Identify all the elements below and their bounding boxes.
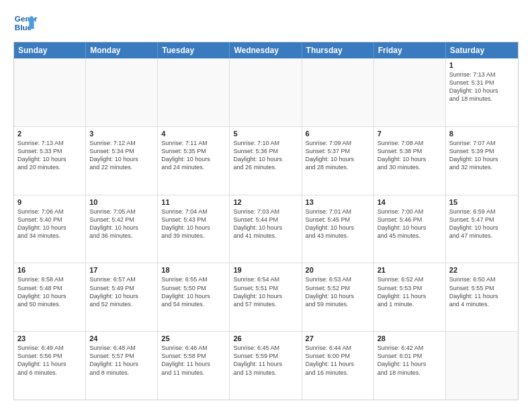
day-info: Sunrise: 7:01 AM Sunset: 5:45 PM Dayligh… <box>306 208 370 240</box>
calendar-week-3: 9Sunrise: 7:06 AM Sunset: 5:40 PM Daylig… <box>14 195 518 264</box>
calendar-body: 1Sunrise: 7:13 AM Sunset: 5:31 PM Daylig… <box>14 58 518 400</box>
calendar-cell <box>446 332 518 400</box>
day-number: 3 <box>89 130 154 138</box>
day-info: Sunrise: 6:45 AM Sunset: 5:59 PM Dayligh… <box>233 344 298 377</box>
calendar-cell: 28Sunrise: 6:42 AM Sunset: 6:01 PM Dayli… <box>374 332 446 400</box>
logo-icon: General Blue <box>13 11 38 35</box>
day-info: Sunrise: 7:11 AM Sunset: 5:35 PM Dayligh… <box>161 139 226 172</box>
calendar-cell: 15Sunrise: 6:59 AM Sunset: 5:47 PM Dayli… <box>446 195 518 263</box>
calendar-header: SundayMondayTuesdayWednesdayThursdayFrid… <box>14 42 518 58</box>
calendar-cell <box>374 58 446 126</box>
calendar-cell: 7Sunrise: 7:08 AM Sunset: 5:38 PM Daylig… <box>374 127 446 195</box>
day-info: Sunrise: 7:10 AM Sunset: 5:36 PM Dayligh… <box>233 139 298 172</box>
calendar-cell: 23Sunrise: 6:49 AM Sunset: 5:56 PM Dayli… <box>14 332 86 400</box>
day-number: 13 <box>306 198 370 206</box>
day-number: 24 <box>89 334 154 342</box>
day-number: 2 <box>17 130 82 138</box>
day-info: Sunrise: 6:55 AM Sunset: 5:50 PM Dayligh… <box>161 275 226 308</box>
logo: General Blue <box>13 11 40 35</box>
day-number: 6 <box>306 130 370 138</box>
day-number: 19 <box>233 266 298 274</box>
day-info: Sunrise: 7:05 AM Sunset: 5:42 PM Dayligh… <box>89 208 154 240</box>
day-number: 21 <box>378 266 442 274</box>
calendar-cell: 14Sunrise: 7:00 AM Sunset: 5:46 PM Dayli… <box>374 195 446 263</box>
day-info: Sunrise: 6:44 AM Sunset: 6:00 PM Dayligh… <box>306 344 370 377</box>
day-number: 5 <box>233 130 298 138</box>
day-info: Sunrise: 7:03 AM Sunset: 5:44 PM Dayligh… <box>233 208 298 240</box>
calendar-cell: 2Sunrise: 7:13 AM Sunset: 5:33 PM Daylig… <box>14 127 86 195</box>
day-info: Sunrise: 6:46 AM Sunset: 5:58 PM Dayligh… <box>161 344 226 377</box>
day-info: Sunrise: 7:04 AM Sunset: 5:43 PM Dayligh… <box>161 208 226 240</box>
day-number: 12 <box>233 198 298 206</box>
day-info: Sunrise: 7:07 AM Sunset: 5:39 PM Dayligh… <box>449 139 515 172</box>
page: General Blue SundayMondayTuesdayWednesda… <box>0 0 532 411</box>
calendar-cell: 3Sunrise: 7:12 AM Sunset: 5:34 PM Daylig… <box>86 127 158 195</box>
day-info: Sunrise: 6:50 AM Sunset: 5:55 PM Dayligh… <box>449 275 515 308</box>
col-header-sunday: Sunday <box>14 42 86 58</box>
calendar-cell: 8Sunrise: 7:07 AM Sunset: 5:39 PM Daylig… <box>446 127 518 195</box>
calendar-cell <box>230 58 302 126</box>
col-header-saturday: Saturday <box>446 42 518 58</box>
calendar-cell: 6Sunrise: 7:09 AM Sunset: 5:37 PM Daylig… <box>302 127 374 195</box>
day-info: Sunrise: 6:53 AM Sunset: 5:52 PM Dayligh… <box>306 275 370 308</box>
day-number: 15 <box>449 198 515 206</box>
day-info: Sunrise: 7:13 AM Sunset: 5:33 PM Dayligh… <box>17 139 82 172</box>
day-number: 8 <box>449 130 515 138</box>
day-number: 10 <box>89 198 154 206</box>
calendar-cell: 1Sunrise: 7:13 AM Sunset: 5:31 PM Daylig… <box>446 58 518 126</box>
calendar-cell: 10Sunrise: 7:05 AM Sunset: 5:42 PM Dayli… <box>86 195 158 263</box>
day-number: 18 <box>161 266 226 274</box>
day-number: 9 <box>17 198 82 206</box>
day-info: Sunrise: 7:08 AM Sunset: 5:38 PM Dayligh… <box>378 139 442 172</box>
day-info: Sunrise: 7:09 AM Sunset: 5:37 PM Dayligh… <box>306 139 370 172</box>
calendar-cell <box>158 58 230 126</box>
calendar-cell <box>86 58 158 126</box>
day-number: 11 <box>161 198 226 206</box>
calendar: SundayMondayTuesdayWednesdayThursdayFrid… <box>13 42 519 400</box>
day-info: Sunrise: 7:00 AM Sunset: 5:46 PM Dayligh… <box>378 208 442 240</box>
col-header-friday: Friday <box>374 42 446 58</box>
day-number: 26 <box>233 334 298 342</box>
day-info: Sunrise: 7:13 AM Sunset: 5:31 PM Dayligh… <box>449 71 515 103</box>
day-info: Sunrise: 6:54 AM Sunset: 5:51 PM Dayligh… <box>233 275 298 308</box>
day-number: 7 <box>378 130 442 138</box>
day-info: Sunrise: 6:52 AM Sunset: 5:53 PM Dayligh… <box>378 275 442 308</box>
day-info: Sunrise: 6:48 AM Sunset: 5:57 PM Dayligh… <box>89 344 154 377</box>
calendar-cell: 26Sunrise: 6:45 AM Sunset: 5:59 PM Dayli… <box>230 332 302 400</box>
calendar-week-5: 23Sunrise: 6:49 AM Sunset: 5:56 PM Dayli… <box>14 332 518 400</box>
calendar-week-1: 1Sunrise: 7:13 AM Sunset: 5:31 PM Daylig… <box>14 58 518 127</box>
calendar-week-4: 16Sunrise: 6:58 AM Sunset: 5:48 PM Dayli… <box>14 263 518 332</box>
day-number: 22 <box>449 266 515 274</box>
day-info: Sunrise: 6:58 AM Sunset: 5:48 PM Dayligh… <box>17 275 82 308</box>
day-info: Sunrise: 7:06 AM Sunset: 5:40 PM Dayligh… <box>17 208 82 240</box>
calendar-cell: 17Sunrise: 6:57 AM Sunset: 5:49 PM Dayli… <box>86 263 158 331</box>
calendar-cell: 9Sunrise: 7:06 AM Sunset: 5:40 PM Daylig… <box>14 195 86 263</box>
day-number: 27 <box>306 334 370 342</box>
calendar-cell: 22Sunrise: 6:50 AM Sunset: 5:55 PM Dayli… <box>446 263 518 331</box>
calendar-cell: 5Sunrise: 7:10 AM Sunset: 5:36 PM Daylig… <box>230 127 302 195</box>
calendar-cell: 25Sunrise: 6:46 AM Sunset: 5:58 PM Dayli… <box>158 332 230 400</box>
day-number: 23 <box>17 334 82 342</box>
calendar-cell <box>14 58 86 126</box>
calendar-cell: 4Sunrise: 7:11 AM Sunset: 5:35 PM Daylig… <box>158 127 230 195</box>
day-number: 25 <box>161 334 226 342</box>
day-number: 4 <box>161 130 226 138</box>
day-number: 17 <box>89 266 154 274</box>
calendar-cell <box>302 58 374 126</box>
col-header-thursday: Thursday <box>302 42 374 58</box>
day-number: 1 <box>449 61 515 69</box>
header: General Blue <box>13 11 519 35</box>
calendar-cell: 18Sunrise: 6:55 AM Sunset: 5:50 PM Dayli… <box>158 263 230 331</box>
day-info: Sunrise: 6:42 AM Sunset: 6:01 PM Dayligh… <box>378 344 442 377</box>
day-info: Sunrise: 6:49 AM Sunset: 5:56 PM Dayligh… <box>17 344 82 377</box>
col-header-tuesday: Tuesday <box>158 42 230 58</box>
day-number: 16 <box>17 266 82 274</box>
calendar-cell: 21Sunrise: 6:52 AM Sunset: 5:53 PM Dayli… <box>374 263 446 331</box>
calendar-cell: 19Sunrise: 6:54 AM Sunset: 5:51 PM Dayli… <box>230 263 302 331</box>
calendar-cell: 11Sunrise: 7:04 AM Sunset: 5:43 PM Dayli… <box>158 195 230 263</box>
day-number: 28 <box>378 334 442 342</box>
calendar-cell: 20Sunrise: 6:53 AM Sunset: 5:52 PM Dayli… <box>302 263 374 331</box>
day-number: 20 <box>306 266 370 274</box>
calendar-cell: 16Sunrise: 6:58 AM Sunset: 5:48 PM Dayli… <box>14 263 86 331</box>
calendar-cell: 24Sunrise: 6:48 AM Sunset: 5:57 PM Dayli… <box>86 332 158 400</box>
